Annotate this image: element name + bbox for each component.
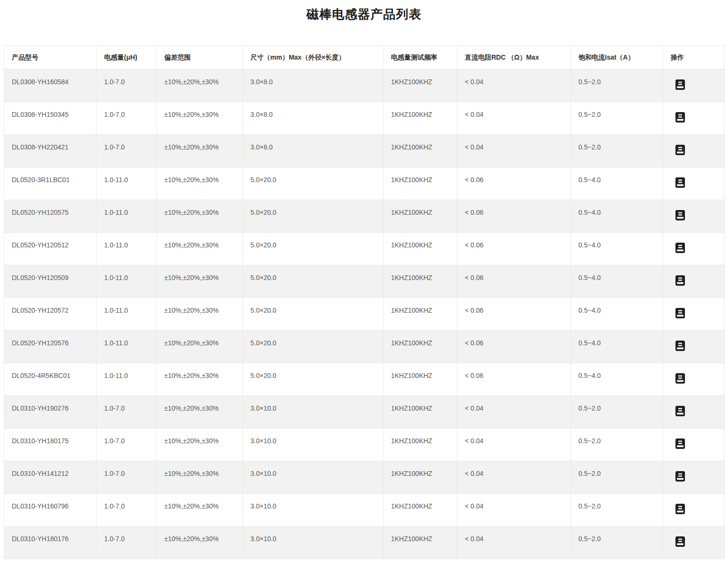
cell-action [663,233,725,265]
cell-rdc: < 0.06 [457,331,571,363]
column-header-isat: 饱和电流Isat（A） [571,46,663,70]
cell-model: DL0310-YH141212 [4,461,97,494]
cell-model: DL0308-YH220421 [4,135,97,167]
table-row: DL0520-4R5KBC011.0-11.0±10%,±20%,±30%5.0… [4,363,725,396]
cell-isat: 0.5~4.0 [571,331,663,363]
view-detail-button[interactable] [675,438,685,449]
cell-size: 3.0×8.0 [243,70,383,102]
cell-action [663,363,725,396]
cell-rdc: < 0.04 [457,526,571,559]
cell-rdc: < 0.04 [457,429,571,461]
cell-rdc: < 0.04 [457,70,571,102]
cell-tolerance: ±10%,±20%,±30% [157,526,243,559]
cell-rdc: < 0.06 [457,298,571,331]
cell-tolerance: ±10%,±20%,±30% [157,429,243,461]
cell-test-frequency: 1KHZ100KHZ [383,200,457,233]
document-icon [675,438,685,449]
table-row: DL0520-YH1205121.0-11.0±10%,±20%,±30%5.0… [4,233,725,265]
cell-tolerance: ±10%,±20%,±30% [157,396,243,429]
table-row: DL0308-YH2204211.0-7.0±10%,±20%,±30%3.0×… [4,135,725,167]
cell-test-frequency: 1KHZ100KHZ [383,461,457,494]
cell-inductance: 1.0-11.0 [97,265,157,298]
document-icon [675,373,685,384]
cell-action [663,494,725,526]
cell-size: 3.0×10.0 [243,461,383,494]
column-header-size: 尺寸（mm）Max（外径×长度） [243,46,383,70]
table-row: DL0308-YH1503451.0-7.0±10%,±20%,±30%3.0×… [4,102,725,135]
table-row: DL0520-3R1LBC011.0-11.0±10%,±20%,±30%5.0… [4,167,725,200]
cell-size: 5.0×20.0 [243,233,383,265]
cell-size: 3.0×10.0 [243,526,383,559]
cell-size: 3.0×10.0 [243,429,383,461]
view-detail-button[interactable] [675,275,685,286]
cell-inductance: 1.0-7.0 [97,135,157,167]
cell-model: DL0520-YH120509 [4,265,97,298]
cell-inductance: 1.0-7.0 [97,102,157,135]
table-row: DL0520-YH1205091.0-11.0±10%,±20%,±30%5.0… [4,265,725,298]
view-detail-button[interactable] [675,406,685,416]
cell-action [663,396,725,429]
view-detail-button[interactable] [675,112,685,123]
cell-tolerance: ±10%,±20%,±30% [157,70,243,102]
view-detail-button[interactable] [675,341,685,351]
cell-tolerance: ±10%,±20%,±30% [157,233,243,265]
column-header-test-frequency: 电感量测试频率 [383,46,457,70]
cell-isat: 0.5~2.0 [571,70,663,102]
cell-action [663,298,725,331]
cell-action [663,70,725,102]
cell-size: 5.0×20.0 [243,265,383,298]
cell-inductance: 1.0-7.0 [97,494,157,526]
column-header-action: 操作 [663,46,725,70]
cell-isat: 0.5~4.0 [571,298,663,331]
cell-inductance: 1.0-7.0 [97,70,157,102]
cell-action [663,102,725,135]
view-detail-button[interactable] [675,536,685,547]
cell-isat: 0.5~2.0 [571,135,663,167]
cell-model: DL0310-YH190276 [4,396,97,429]
document-icon [675,406,685,416]
cell-size: 3.0×8.0 [243,135,383,167]
cell-isat: 0.5~2.0 [571,102,663,135]
view-detail-button[interactable] [675,243,685,253]
cell-tolerance: ±10%,±20%,±30% [157,331,243,363]
view-detail-button[interactable] [675,177,685,188]
cell-action [663,429,725,461]
view-detail-button[interactable] [675,145,685,155]
view-detail-button[interactable] [675,79,685,90]
cell-model: DL0310-YH180175 [4,429,97,461]
cell-rdc: < 0.06 [457,167,571,200]
view-detail-button[interactable] [675,471,685,482]
column-header-tolerance: 偏差范围 [157,46,243,70]
view-detail-button[interactable] [675,373,685,384]
cell-model: DL0520-YH120512 [4,233,97,265]
cell-isat: 0.5~4.0 [571,363,663,396]
cell-inductance: 1.0-11.0 [97,200,157,233]
cell-size: 5.0×20.0 [243,331,383,363]
cell-test-frequency: 1KHZ100KHZ [383,494,457,526]
cell-test-frequency: 1KHZ100KHZ [383,429,457,461]
cell-action [663,331,725,363]
cell-tolerance: ±10%,±20%,±30% [157,265,243,298]
table-row: DL0310-YH1412121.0-7.0±10%,±20%,±30%3.0×… [4,461,725,494]
cell-test-frequency: 1KHZ100KHZ [383,102,457,135]
cell-action [663,461,725,494]
document-icon [675,145,685,155]
view-detail-button[interactable] [675,308,685,318]
view-detail-button[interactable] [675,504,685,514]
table-row: DL0310-YH1607961.0-7.0±10%,±20%,±30%3.0×… [4,494,725,526]
cell-tolerance: ±10%,±20%,±30% [157,102,243,135]
table-header-row: 产品型号电感量(μH)偏差范围尺寸（mm）Max（外径×长度）电感量测试频率直流… [4,46,725,70]
cell-test-frequency: 1KHZ100KHZ [383,70,457,102]
cell-size: 5.0×20.0 [243,200,383,233]
cell-inductance: 1.0-11.0 [97,167,157,200]
cell-tolerance: ±10%,±20%,±30% [157,135,243,167]
cell-tolerance: ±10%,±20%,±30% [157,167,243,200]
cell-model: DL0310-YH160796 [4,494,97,526]
document-icon [675,308,685,318]
view-detail-button[interactable] [675,210,685,220]
cell-action [663,265,725,298]
cell-model: DL0520-YH120575 [4,200,97,233]
cell-rdc: < 0.04 [457,102,571,135]
cell-inductance: 1.0-11.0 [97,331,157,363]
document-icon [675,79,685,90]
